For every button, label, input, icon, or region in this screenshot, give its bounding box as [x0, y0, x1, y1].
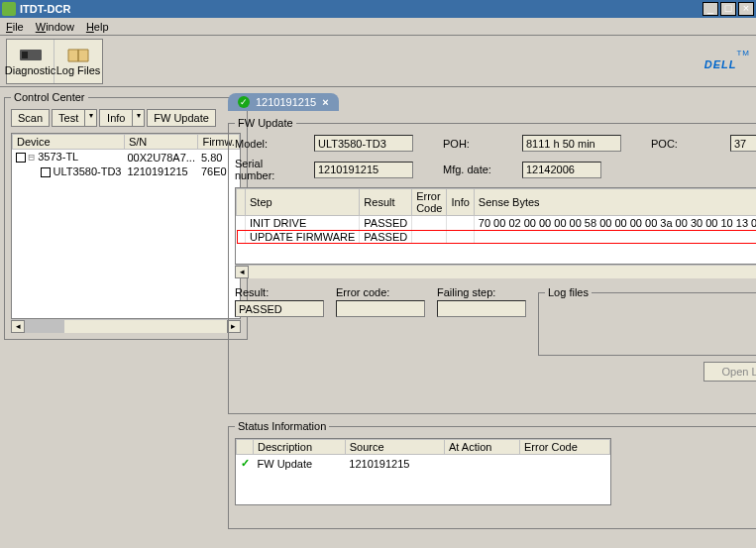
status-legend: Status Information	[235, 420, 329, 432]
errorcode-label: Error code:	[336, 286, 425, 298]
h-scrollbar[interactable]: ◂▸	[11, 319, 241, 333]
check-icon: ✓	[237, 455, 254, 473]
mfg-label: Mfg. date:	[443, 164, 512, 175]
col-result[interactable]: Result	[360, 189, 412, 216]
col-ataction[interactable]: At Action	[445, 440, 520, 455]
h-scrollbar[interactable]: ◂▸	[235, 265, 756, 278]
test-button[interactable]: Test	[52, 109, 85, 127]
maximize-button[interactable]: □	[720, 2, 736, 16]
failingstep-field	[437, 300, 526, 317]
table-row[interactable]: INIT DRIVEPASSED70 00 02 00 00 00 00 58 …	[237, 216, 757, 231]
col-step[interactable]: Step	[246, 189, 360, 216]
menu-window[interactable]: Window	[36, 21, 74, 33]
table-row[interactable]: UPDATE FIRMWAREPASSED	[237, 230, 757, 244]
model-field	[314, 135, 413, 152]
open-logfiles-button[interactable]: Open Log Files	[703, 362, 756, 382]
svg-rect-1	[22, 52, 28, 58]
app-icon	[2, 2, 16, 16]
col-source[interactable]: Source	[345, 440, 444, 455]
control-center-panel: Control Center Scan Test▾ Info▾ FW Updat…	[4, 91, 248, 340]
toolbar: Diagnostic Log Files DELLTM	[0, 36, 756, 87]
tab-label: 1210191215	[256, 96, 316, 108]
col-sn[interactable]: S/N	[124, 135, 198, 150]
checkbox-icon[interactable]	[41, 167, 51, 177]
model-label: Model:	[235, 138, 304, 150]
col-description[interactable]: Description	[254, 440, 346, 455]
poc-field	[730, 135, 756, 152]
logfiles-legend: Log files	[545, 286, 592, 298]
logfiles-box: Log files	[538, 286, 756, 356]
steps-table[interactable]: Step Result Error Code Info Sense Bytes …	[235, 187, 756, 265]
mfg-field	[522, 162, 601, 178]
fwupdate-button[interactable]: FW Update	[147, 109, 216, 127]
dell-logo: DELLTM	[704, 49, 750, 74]
table-row[interactable]: ✓ FW Update 1210191215	[237, 455, 610, 473]
failingstep-label: Failing step:	[437, 286, 526, 298]
fwupdate-panel: FW Update Model: POH: POC: Serial number…	[228, 117, 756, 414]
diagnostic-label: Diagnostic	[5, 64, 55, 76]
status-table[interactable]: Description Source At Action Error Code …	[235, 438, 611, 505]
col-info[interactable]: Info	[447, 189, 474, 216]
logfiles-button[interactable]: Log Files	[54, 40, 102, 83]
diagnostic-button[interactable]: Diagnostic	[7, 40, 54, 83]
col-device[interactable]: Device	[13, 135, 125, 150]
col-errorcode[interactable]: Error Code	[412, 189, 447, 216]
check-icon: ✓	[238, 96, 250, 108]
test-dropdown-icon[interactable]: ▾	[85, 109, 97, 127]
col-errorcode[interactable]: Error Code	[519, 440, 609, 455]
fwupdate-legend: FW Update	[235, 117, 296, 129]
table-row[interactable]: ⊟ 3573-TL 00X2U78A7... 5.80	[13, 150, 240, 165]
poh-field	[522, 135, 621, 152]
menu-file[interactable]: File	[6, 21, 24, 33]
control-center-legend: Control Center	[11, 91, 88, 103]
result-field	[235, 300, 324, 317]
menu-bar: File Window Help	[0, 18, 756, 36]
info-dropdown-icon[interactable]: ▾	[133, 109, 145, 127]
title-bar: ITDT-DCR _ □ ×	[0, 0, 756, 18]
minimize-button[interactable]: _	[702, 2, 718, 16]
errorcode-field	[336, 300, 425, 317]
result-label: Result:	[235, 286, 324, 298]
tab-device[interactable]: ✓ 1210191215 ×	[228, 93, 339, 111]
status-panel: Status Information Description Source At…	[228, 420, 756, 529]
table-row[interactable]: ULT3580-TD3 1210191215 76E0	[13, 164, 240, 178]
device-table[interactable]: Device S/N Firmw. ⊟ 3573-TL 00X2U78A7...…	[11, 133, 241, 319]
checkbox-icon[interactable]	[16, 153, 26, 163]
logfiles-label: Log Files	[56, 64, 101, 76]
serial-label: Serial number:	[235, 158, 304, 181]
window-title: ITDT-DCR	[20, 3, 701, 15]
diagnostic-icon	[19, 46, 43, 63]
poc-label: POC:	[651, 138, 720, 150]
col-sensebytes[interactable]: Sense Bytes	[474, 189, 756, 216]
poh-label: POH:	[443, 138, 512, 150]
menu-help[interactable]: Help	[86, 21, 109, 33]
close-button[interactable]: ×	[738, 2, 754, 16]
close-tab-icon[interactable]: ×	[322, 96, 328, 108]
logfiles-icon	[66, 46, 90, 63]
scan-button[interactable]: Scan	[11, 109, 50, 127]
serial-field	[314, 162, 413, 178]
info-button[interactable]: Info	[99, 109, 133, 127]
